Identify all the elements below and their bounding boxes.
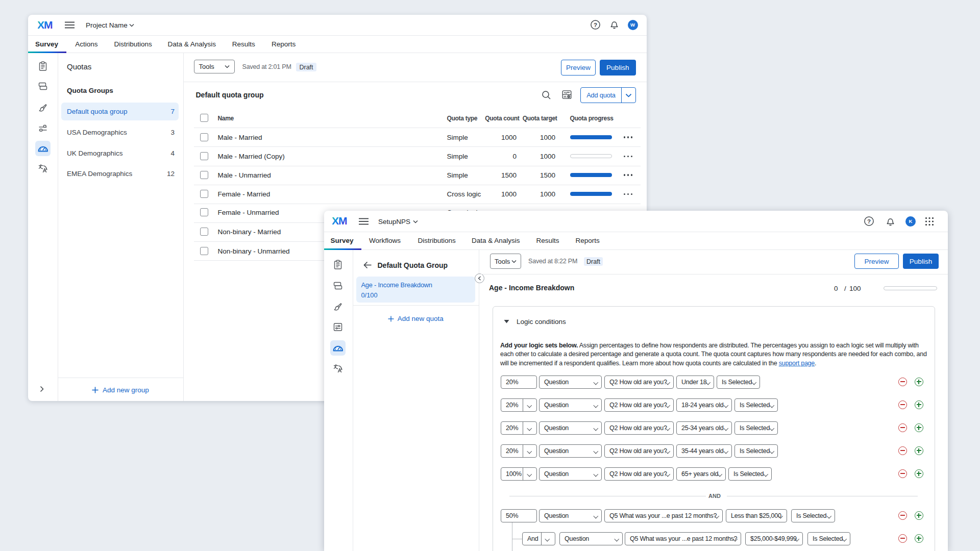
svg-text:XM: XM — [38, 20, 53, 30]
svg-text:?: ? — [593, 21, 597, 28]
svg-text:XM: XM — [332, 216, 347, 226]
svg-text:?: ? — [867, 218, 871, 224]
